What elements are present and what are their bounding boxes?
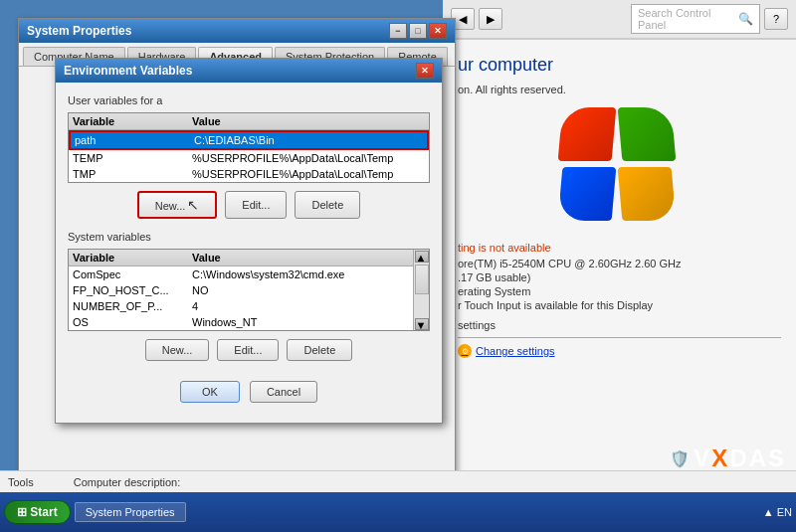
start-button[interactable]: ⊞ Start: [4, 500, 71, 524]
divider: [458, 337, 781, 338]
change-settings-text: Change settings: [476, 345, 555, 357]
taskbar: ⊞ Start System Properties ▲ EN: [0, 492, 796, 532]
cp-title: ur computer: [458, 55, 781, 76]
taskbar-item-sysprops[interactable]: System Properties: [75, 502, 186, 522]
system-tray: ▲ EN: [763, 506, 792, 518]
tray-time: ▲ EN: [763, 506, 792, 518]
cpu-info: ore(TM) i5-2540M CPU @ 2.60GHz 2.60 GHz: [458, 258, 781, 269]
sys-row-comspec[interactable]: ComSpec C:\Windows\system32\cmd.exe: [69, 266, 413, 282]
env-variables-dialog: Environment Variables ✕ User variables f…: [55, 58, 443, 424]
path-variable: path: [75, 134, 194, 146]
comspec-value: C:\Windows\system32\cmd.exe: [192, 268, 409, 280]
close-button[interactable]: ✕: [429, 23, 447, 39]
touch-info: r Touch Input is available for this Disp…: [458, 299, 781, 311]
control-panel-background: ◀ ▶ Search Control Panel 🔍 ? ur computer…: [443, 0, 796, 492]
rating-unavailable: ting is not available: [458, 242, 781, 254]
user-delete-button[interactable]: Delete: [295, 191, 360, 219]
minimize-button[interactable]: −: [389, 23, 407, 39]
search-icon: 🔍: [738, 12, 753, 26]
settings-label: settings: [458, 319, 781, 331]
system-buttons-row: New... Edit... Delete: [68, 339, 430, 361]
variable-col-header: Variable: [73, 115, 192, 127]
numberofp-value: 4: [192, 300, 409, 312]
ok-button[interactable]: OK: [180, 381, 240, 403]
gear-icon: ⚙: [458, 344, 472, 358]
user-variables-table: Variable Value path C:\EDIABAS\Bin TEMP …: [68, 112, 430, 183]
system-props-title: System Properties: [27, 24, 131, 38]
cp-top-bar: ◀ ▶ Search Control Panel 🔍 ?: [443, 0, 796, 40]
os-info: erating System: [458, 285, 781, 297]
forward-button[interactable]: ▶: [479, 8, 502, 30]
titlebar-buttons: − □ ✕: [389, 23, 447, 39]
os-variable: OS: [73, 316, 192, 328]
system-new-button[interactable]: New...: [145, 339, 210, 361]
cancel-button[interactable]: Cancel: [250, 381, 317, 403]
computer-desc-label: Computer description:: [74, 476, 181, 488]
sys-variable-col-header: Variable: [73, 252, 192, 264]
scrollbar[interactable]: ▲ ▼: [413, 250, 429, 330]
system-table-rows: Variable Value ComSpec C:\Windows\system…: [69, 250, 413, 330]
user-section-label: User variables for a: [68, 94, 430, 106]
env-content: User variables for a Variable Value path…: [56, 83, 442, 423]
scroll-down-arrow[interactable]: ▼: [415, 318, 429, 330]
os-value: Windows_NT: [192, 316, 409, 328]
temp-value: %USERPROFILE%\AppData\Local\Temp: [192, 152, 425, 164]
system-variables-table: Variable Value ComSpec C:\Windows\system…: [68, 249, 430, 331]
ram-info: .17 GB usable): [458, 271, 781, 283]
value-col-header: Value: [192, 115, 425, 127]
sys-row-os[interactable]: OS Windows_NT: [69, 314, 413, 330]
user-table-rows: path C:\EDIABAS\Bin TEMP %USERPROFILE%\A…: [69, 130, 429, 182]
search-box[interactable]: Search Control Panel 🔍: [631, 4, 760, 34]
windows-logo: [560, 107, 680, 227]
system-table-header: Variable Value: [69, 250, 413, 266]
system-delete-button[interactable]: Delete: [287, 339, 352, 361]
tmp-value: %USERPROFILE%\AppData\Local\Temp: [192, 168, 425, 180]
cp-nav: ◀ ▶ Search Control Panel 🔍 ?: [443, 0, 796, 39]
temp-variable: TEMP: [73, 152, 192, 164]
scroll-up-arrow[interactable]: ▲: [415, 251, 429, 263]
tmp-variable: TMP: [73, 168, 192, 180]
env-close-button[interactable]: ✕: [416, 63, 434, 79]
sys-row-fpnohost[interactable]: FP_NO_HOST_C... NO: [69, 282, 413, 298]
user-new-button[interactable]: New...↖: [137, 191, 218, 219]
sys-value-col-header: Value: [192, 252, 409, 264]
rights-text: on. All rights reserved.: [458, 84, 781, 95]
help-button[interactable]: ?: [764, 8, 788, 30]
vxdas-logo: VXDAS: [694, 444, 786, 472]
system-edit-button[interactable]: Edit...: [217, 339, 279, 361]
vxdas-shield-icon: 🛡️: [670, 449, 690, 468]
user-row-temp[interactable]: TEMP %USERPROFILE%\AppData\Local\Temp: [69, 150, 429, 166]
search-placeholder: Search Control Panel: [638, 7, 738, 31]
system-props-titlebar: System Properties − □ ✕: [19, 19, 455, 43]
scroll-thumb[interactable]: [415, 265, 429, 294]
change-settings-link[interactable]: ⚙ Change settings: [458, 344, 781, 358]
system-section-label: System variables: [68, 231, 430, 243]
tools-label: Tools: [8, 476, 34, 488]
fpnohost-variable: FP_NO_HOST_C...: [73, 284, 192, 296]
user-row-path[interactable]: path C:\EDIABAS\Bin: [69, 130, 429, 150]
user-row-tmp[interactable]: TMP %USERPROFILE%\AppData\Local\Temp: [69, 166, 429, 182]
user-table-header: Variable Value: [69, 113, 429, 130]
env-title: Environment Variables: [64, 64, 192, 78]
path-value: C:\EDIABAS\Bin: [194, 134, 423, 146]
numberofp-variable: NUMBER_OF_P...: [73, 300, 192, 312]
ok-cancel-row: OK Cancel: [68, 373, 430, 411]
sys-row-numberofp[interactable]: NUMBER_OF_P... 4: [69, 298, 413, 314]
cursor-indicator: ↖: [187, 197, 199, 213]
maximize-button[interactable]: □: [409, 23, 427, 39]
user-buttons-row: New...↖ Edit... Delete: [68, 191, 430, 219]
comspec-variable: ComSpec: [73, 268, 192, 280]
bottom-status-bar: Tools Computer description:: [0, 470, 796, 492]
cp-main-content: ur computer on. All rights reserved. tin…: [443, 40, 796, 373]
user-edit-button[interactable]: Edit...: [225, 191, 287, 219]
fpnohost-value: NO: [192, 284, 409, 296]
env-titlebar: Environment Variables ✕: [56, 59, 442, 83]
